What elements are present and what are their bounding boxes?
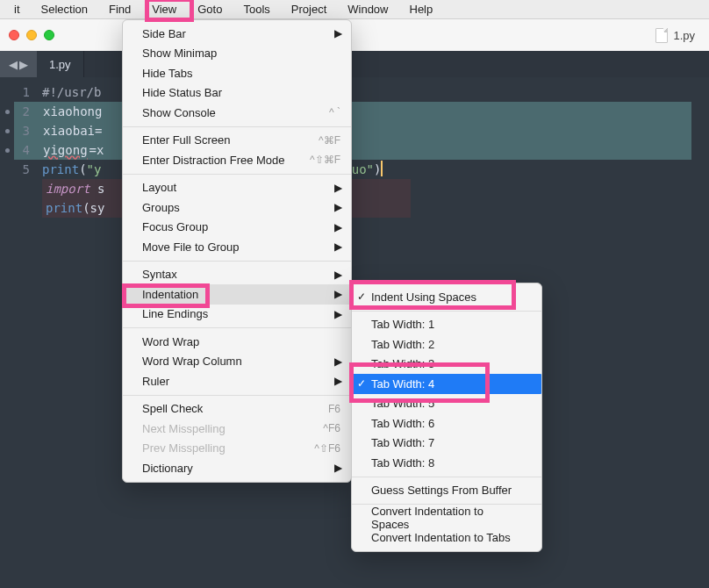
shortcut-text: F6 bbox=[328, 403, 340, 415]
menu-item-label: Spell Check bbox=[142, 402, 203, 415]
menu-item-move-file-to-group[interactable]: Move File to Group▶ bbox=[123, 237, 351, 257]
menu-item-tab-width-3[interactable]: Tab Width: 3 bbox=[352, 355, 541, 375]
menu-item-label: Syntax bbox=[142, 268, 177, 281]
menu-item-enter-distraction-free[interactable]: Enter Distraction Free Mode^⇧⌘F bbox=[123, 150, 351, 170]
menu-item-tab-width-6[interactable]: Tab Width: 6 bbox=[352, 413, 541, 434]
back-icon[interactable]: ◀ bbox=[9, 58, 18, 71]
menu-item-label: Hide Status Bar bbox=[142, 86, 222, 99]
menu-separator bbox=[123, 327, 351, 328]
menu-item-next-misspelling: Next Misspelling^F6 bbox=[123, 419, 351, 439]
menu-item-guess-settings[interactable]: Guess Settings From Buffer bbox=[352, 481, 541, 501]
menu-item-convert-to-tabs[interactable]: Convert Indentation to Tabs bbox=[352, 528, 541, 549]
forward-icon[interactable]: ▶ bbox=[19, 58, 28, 71]
menu-item-label: Tab Width: 1 bbox=[371, 318, 434, 331]
chevron-right-icon: ▶ bbox=[334, 221, 342, 233]
menubar-item-find[interactable]: Find bbox=[98, 1, 141, 18]
menu-item-label: Indentation bbox=[142, 288, 198, 301]
menubar-item-edit-fragment[interactable]: it bbox=[4, 1, 31, 18]
menubar-item-view[interactable]: View bbox=[141, 1, 187, 18]
line-number: 1 bbox=[0, 82, 37, 102]
menu-item-label: Tab Width: 2 bbox=[371, 338, 434, 351]
menu-item-label: Enter Full Screen bbox=[142, 133, 230, 147]
chevron-right-icon: ▶ bbox=[334, 269, 342, 281]
menu-item-hide-tabs[interactable]: Hide Tabs bbox=[123, 63, 351, 83]
menu-item-indentation[interactable]: Indentation▶ bbox=[123, 284, 351, 305]
window-titlebar: 1.py bbox=[0, 19, 709, 51]
code-text: ( bbox=[79, 162, 86, 176]
shortcut-text: ^F6 bbox=[323, 422, 340, 434]
menu-separator bbox=[123, 261, 351, 262]
shortcut-text: ^ ` bbox=[329, 106, 340, 118]
menu-item-label: Ruler bbox=[142, 375, 169, 388]
menu-item-dictionary[interactable]: Dictionary▶ bbox=[123, 458, 351, 478]
menu-item-ruler[interactable]: Ruler▶ bbox=[123, 371, 351, 391]
menu-item-tab-width-2[interactable]: Tab Width: 2 bbox=[352, 334, 541, 355]
menu-item-label: Groups bbox=[142, 201, 180, 214]
menu-item-indent-using-spaces[interactable]: ✓Indent Using Spaces bbox=[352, 287, 541, 307]
shortcut-text: ^⇧⌘F bbox=[310, 154, 340, 166]
menu-item-convert-to-spaces[interactable]: Convert Indentation to Spaces bbox=[352, 508, 541, 528]
tab-file-1[interactable]: 1.py bbox=[37, 51, 84, 77]
menu-item-label: Tab Width: 4 bbox=[371, 377, 434, 391]
code-text: #!/usr/b bbox=[42, 85, 101, 99]
menu-item-tab-width-1[interactable]: Tab Width: 1 bbox=[352, 315, 541, 335]
chevron-right-icon: ▶ bbox=[334, 288, 342, 300]
tabstrip: ◀ ▶ 1.py bbox=[0, 51, 709, 77]
checkmark-icon: ✓ bbox=[357, 377, 366, 390]
menu-item-word-wrap-column[interactable]: Word Wrap Column▶ bbox=[123, 352, 351, 372]
menubar-item-tools[interactable]: Tools bbox=[233, 1, 280, 18]
checkmark-icon: ✓ bbox=[357, 290, 366, 303]
tab-history-nav[interactable]: ◀ ▶ bbox=[0, 51, 37, 77]
menu-item-line-endings[interactable]: Line Endings▶ bbox=[123, 305, 351, 325]
minimize-icon[interactable] bbox=[26, 30, 37, 40]
menubar-item-help[interactable]: Help bbox=[399, 1, 444, 18]
menubar: it Selection Find View Goto Tools Projec… bbox=[0, 0, 709, 19]
menu-item-focus-group[interactable]: Focus Group▶ bbox=[123, 218, 351, 238]
close-icon[interactable] bbox=[9, 30, 19, 40]
maximize-icon[interactable] bbox=[44, 30, 54, 40]
line-number: 3 bbox=[0, 121, 37, 140]
menu-item-tab-width-4[interactable]: ✓Tab Width: 4 bbox=[352, 374, 541, 394]
menu-item-label: Guess Settings From Buffer bbox=[371, 484, 512, 497]
line-number: 5 bbox=[0, 160, 37, 179]
code-text: yigong bbox=[42, 143, 89, 157]
chevron-right-icon: ▶ bbox=[334, 182, 342, 194]
menu-item-side-bar[interactable]: Side Bar▶ bbox=[123, 24, 351, 44]
menu-item-label: Layout bbox=[142, 181, 176, 194]
traffic-lights bbox=[9, 30, 54, 40]
menu-item-tab-width-7[interactable]: Tab Width: 7 bbox=[352, 434, 541, 454]
file-icon bbox=[655, 28, 668, 43]
code-text: print bbox=[46, 201, 82, 215]
menu-item-enter-full-screen[interactable]: Enter Full Screen^⌘F bbox=[123, 131, 351, 151]
code-text: import bbox=[46, 182, 90, 196]
menu-item-prev-misspelling: Prev Misspelling^⇧F6 bbox=[123, 439, 351, 459]
menu-item-tab-width-5[interactable]: Tab Width: 5 bbox=[352, 394, 541, 414]
code-text: xiaobai= bbox=[42, 124, 103, 138]
menu-item-hide-status-bar[interactable]: Hide Status Bar bbox=[123, 83, 351, 104]
code-text: ( bbox=[82, 201, 90, 215]
menu-item-tab-width-8[interactable]: Tab Width: 8 bbox=[352, 453, 541, 473]
menu-item-label: Tab Width: 8 bbox=[371, 456, 434, 470]
menu-item-label: Tab Width: 5 bbox=[371, 397, 434, 410]
menubar-item-selection[interactable]: Selection bbox=[31, 1, 98, 18]
menubar-item-goto[interactable]: Goto bbox=[187, 1, 233, 18]
menu-item-syntax[interactable]: Syntax▶ bbox=[123, 265, 351, 285]
caret bbox=[381, 161, 383, 176]
code-text: print bbox=[42, 162, 79, 176]
shortcut-text: ^⇧F6 bbox=[314, 442, 340, 455]
code-text: xiaohong bbox=[42, 104, 103, 118]
chevron-right-icon: ▶ bbox=[334, 308, 342, 320]
menu-item-label: Prev Misspelling bbox=[142, 441, 226, 455]
menu-item-show-console[interactable]: Show Console^ ` bbox=[123, 103, 351, 123]
menu-item-spell-check[interactable]: Spell CheckF6 bbox=[123, 399, 351, 419]
menu-item-show-minimap[interactable]: Show Minimap bbox=[123, 44, 351, 64]
code-text: =x bbox=[89, 143, 105, 157]
menu-item-label: Side Bar bbox=[142, 27, 186, 40]
menu-item-layout[interactable]: Layout▶ bbox=[123, 178, 351, 198]
menubar-item-project[interactable]: Project bbox=[281, 1, 337, 18]
menubar-item-window[interactable]: Window bbox=[337, 1, 398, 18]
line-number: 2 bbox=[0, 102, 37, 121]
menu-item-word-wrap[interactable]: Word Wrap bbox=[123, 332, 351, 352]
menu-separator bbox=[352, 311, 541, 312]
menu-item-groups[interactable]: Groups▶ bbox=[123, 197, 351, 218]
